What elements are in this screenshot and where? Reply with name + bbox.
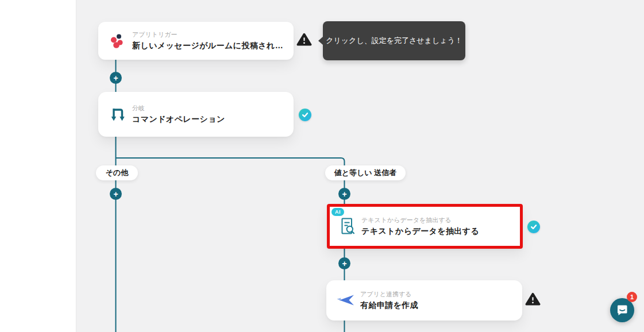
branch-label-other[interactable]: その他 [96, 165, 138, 180]
node-kind-label: テキストからデータを抽出する [361, 216, 479, 225]
workflow-canvas[interactable]: { "workflow": { "nodes": [ { "kind": "アプ… [0, 0, 644, 332]
node-app-trigger[interactable]: アプリトリガー 新しいメッセージがルームに投稿され… [98, 22, 294, 60]
ai-badge: AI [331, 208, 344, 216]
branch-label-condition[interactable]: 値と等しい 送信者 [325, 165, 406, 180]
node-create-leave-request[interactable]: アプリと連携する 有給申請を作成 [326, 280, 522, 321]
connector-lines [0, 0, 644, 332]
add-step-button[interactable]: + [338, 257, 350, 269]
setup-tooltip: クリックし、設定を完了させましょう！ [323, 21, 465, 60]
node-title: 有給申請を作成 [360, 300, 418, 311]
chat-bubble-icon [616, 304, 628, 316]
node-branch-operation[interactable]: 分岐 コマンドオペレーション [98, 92, 294, 137]
node-title: 新しいメッセージがルームに投稿され… [132, 41, 283, 51]
node-title: コマンドオペレーション [132, 114, 225, 125]
plus-icon: + [113, 74, 118, 82]
chatwork-dots-icon [109, 33, 127, 49]
check-complete-icon [527, 221, 540, 233]
plus-icon: + [113, 190, 118, 198]
tooltip-text: クリックし、設定を完了させましょう！ [326, 36, 462, 46]
branch-icon [109, 107, 127, 122]
app-integration-bird-icon [337, 292, 355, 308]
warning-icon [296, 33, 312, 47]
add-step-button[interactable]: + [110, 188, 122, 200]
node-kind-label: アプリトリガー [132, 30, 283, 39]
node-title: テキストからデータを抽出する [361, 226, 479, 237]
node-extract-text[interactable]: テキストからデータを抽出する テキストからデータを抽出する [327, 204, 523, 249]
add-step-button[interactable]: + [110, 72, 122, 84]
plus-icon: + [342, 190, 346, 198]
add-step-button[interactable]: + [338, 188, 350, 200]
node-kind-label: アプリと連携する [360, 290, 418, 299]
chat-unread-badge: 1 [627, 292, 637, 302]
warning-icon [525, 292, 541, 306]
sidebar [0, 0, 76, 332]
plus-icon: + [342, 260, 346, 268]
extract-text-icon [338, 217, 356, 236]
node-kind-label: 分岐 [132, 104, 225, 113]
check-complete-icon [299, 109, 311, 121]
